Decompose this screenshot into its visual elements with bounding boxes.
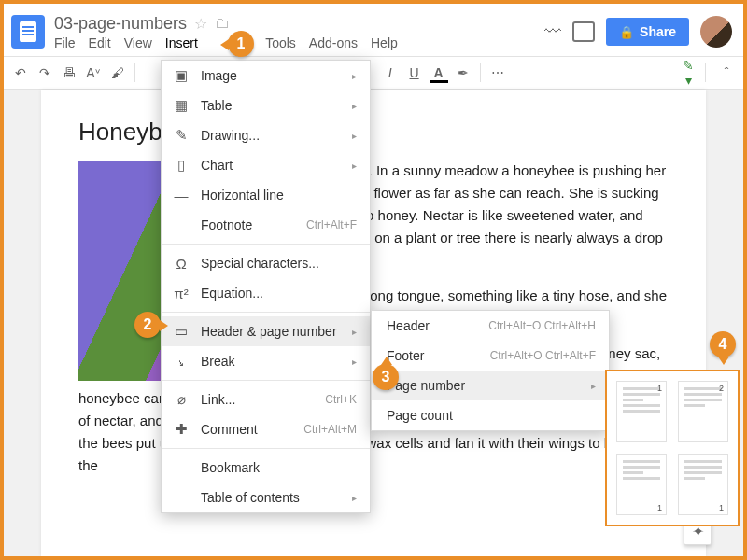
text-color-button[interactable]: A xyxy=(431,65,446,80)
submenu-footer[interactable]: FooterCtrl+Alt+O Ctrl+Alt+F xyxy=(372,341,609,371)
link-icon: ⌀ xyxy=(173,391,190,408)
document-title[interactable]: 03-page-numbers xyxy=(54,14,187,34)
move-folder-icon[interactable]: 🗀 xyxy=(215,15,230,32)
menu-item-bookmark[interactable]: Bookmark xyxy=(162,453,370,483)
menu-item-table[interactable]: ▦Table▸ xyxy=(162,91,370,120)
menu-insert[interactable]: Insert xyxy=(165,35,198,50)
pn-option-bottom-skip-first[interactable]: 1 xyxy=(678,454,728,515)
callout-4: 4 xyxy=(710,331,736,357)
drawing-icon: ✎ xyxy=(173,127,190,144)
submenu-page-number[interactable]: Page number▸ xyxy=(372,371,609,400)
menu-addons[interactable]: Add-ons xyxy=(309,35,358,50)
pn-option-top-all[interactable]: 1 xyxy=(616,381,667,442)
print-icon[interactable]: 🖶 xyxy=(62,65,77,80)
table-icon: ▦ xyxy=(173,97,190,114)
star-icon[interactable]: ☆ xyxy=(194,15,207,33)
activity-icon[interactable]: 〰︎ xyxy=(544,22,561,42)
menu-item-comment[interactable]: ✚CommentCtrl+Alt+M xyxy=(162,414,370,444)
callout-1: 1 xyxy=(228,31,254,57)
menu-item-break[interactable]: ⭏Break▸ xyxy=(162,346,370,376)
title-bar: 03-page-numbers ☆ 🗀 File Edit View Inser… xyxy=(4,4,743,56)
chart-icon: ▯ xyxy=(173,157,190,174)
toolbar: ↶ ↷ 🖶 Aᵛ 🖌 11▾ B I U A ✒︎ ⋯ ✎ ▾ ˆ xyxy=(4,56,743,90)
spellcheck-icon[interactable]: Aᵛ xyxy=(86,65,101,80)
menu-item-footnote[interactable]: FootnoteCtrl+Alt+F xyxy=(162,210,370,240)
menu-help[interactable]: Help xyxy=(371,35,398,50)
comment-icon: ✚ xyxy=(173,421,190,438)
callout-2: 2 xyxy=(134,312,161,338)
menu-item-hline[interactable]: —Horizontal line xyxy=(162,180,370,210)
share-label: Share xyxy=(640,24,676,39)
menu-view[interactable]: View xyxy=(124,35,152,50)
callout-3: 3 xyxy=(373,364,399,390)
submenu-header[interactable]: HeaderCtrl+Alt+O Ctrl+Alt+H xyxy=(372,311,609,341)
menu-item-link[interactable]: ⌀Link...Ctrl+K xyxy=(162,385,370,414)
submenu-page-count[interactable]: Page count xyxy=(372,400,609,430)
hline-icon: — xyxy=(173,188,190,203)
menu-item-toc[interactable]: Table of contents▸ xyxy=(162,483,370,512)
avatar[interactable] xyxy=(700,16,732,48)
menubar: File Edit View Insert Format Tools Add-o… xyxy=(54,35,544,50)
omega-icon: Ω xyxy=(173,256,190,272)
hide-menus-icon[interactable]: ˆ xyxy=(719,65,734,80)
comments-icon[interactable] xyxy=(572,21,595,42)
redo-icon[interactable]: ↷ xyxy=(37,65,52,80)
docs-logo-icon[interactable] xyxy=(11,15,45,49)
menu-tools[interactable]: Tools xyxy=(265,35,296,50)
underline-button[interactable]: U xyxy=(407,65,422,80)
insert-menu: ▣Image▸ ▦Table▸ ✎Drawing...▸ ▯Chart▸ —Ho… xyxy=(161,60,371,513)
header-page-number-submenu: HeaderCtrl+Alt+O Ctrl+Alt+H FooterCtrl+A… xyxy=(371,310,610,431)
menu-file[interactable]: File xyxy=(54,35,76,50)
undo-icon[interactable]: ↶ xyxy=(13,65,28,80)
pn-option-bottom-all[interactable]: 1 xyxy=(616,454,667,515)
page-number-options: 1 2 1 1 xyxy=(605,370,740,526)
overflow-icon[interactable]: ⋯ xyxy=(490,65,505,80)
menu-item-drawing[interactable]: ✎Drawing...▸ xyxy=(162,120,370,150)
share-button[interactable]: 🔒Share xyxy=(606,18,689,46)
highlight-icon[interactable]: ✒︎ xyxy=(456,65,471,80)
break-icon: ⭏ xyxy=(173,354,190,370)
italic-button[interactable]: I xyxy=(383,65,398,80)
header-icon: ▭ xyxy=(173,323,190,340)
menu-item-image[interactable]: ▣Image▸ xyxy=(162,61,370,91)
pi-icon: π² xyxy=(173,286,190,301)
editing-mode-button[interactable]: ✎ ▾ xyxy=(681,58,696,88)
image-icon: ▣ xyxy=(173,67,190,84)
menu-edit[interactable]: Edit xyxy=(89,35,111,50)
menu-item-header-page-number[interactable]: ▭Header & page number▸ xyxy=(162,316,370,346)
menu-item-equation[interactable]: π²Equation... xyxy=(162,278,370,308)
pn-option-top-skip-first[interactable]: 2 xyxy=(678,381,728,442)
paintformat-icon[interactable]: 🖌 xyxy=(110,65,125,80)
menu-item-chart[interactable]: ▯Chart▸ xyxy=(162,150,370,180)
lock-icon: 🔒 xyxy=(619,25,634,39)
menu-item-special-chars[interactable]: ΩSpecial characters... xyxy=(162,248,370,278)
